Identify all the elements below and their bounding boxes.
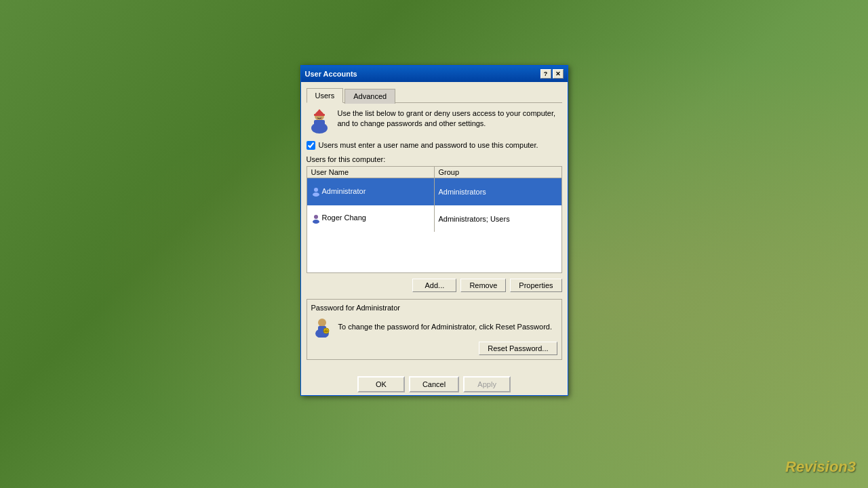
tab-bar: Users Advanced bbox=[307, 87, 562, 103]
password-section-title: Password for Administrator bbox=[311, 304, 557, 312]
password-btn-row: Reset Password... bbox=[311, 342, 557, 355]
svg-point-8 bbox=[314, 215, 318, 219]
ok-button[interactable]: OK bbox=[357, 376, 405, 392]
col-username[interactable]: User Name bbox=[307, 167, 435, 178]
table-row[interactable]: Roger ChangAdministrators; Users bbox=[307, 205, 561, 232]
title-bar-controls: ? ✕ bbox=[540, 69, 564, 79]
tab-advanced[interactable]: Advanced bbox=[344, 89, 395, 104]
info-section: Use the list below to grant or deny user… bbox=[307, 108, 562, 134]
user-table: User Name Group AdministratorAdministrat… bbox=[307, 167, 561, 232]
password-section: Password for Administrator bbox=[307, 299, 562, 360]
dialog-overlay: User Accounts ? ✕ Users Advanced bbox=[0, 0, 868, 488]
svg-point-7 bbox=[313, 192, 319, 197]
info-description: Use the list below to grant or deny user… bbox=[338, 108, 562, 129]
svg-point-6 bbox=[314, 188, 318, 192]
user-table-wrapper: User Name Group AdministratorAdministrat… bbox=[307, 166, 562, 274]
watermark: Revision3 bbox=[785, 458, 856, 476]
password-description: To change the password for Administrator… bbox=[338, 322, 557, 332]
checkbox-row: Users must enter a user name and passwor… bbox=[307, 141, 562, 150]
svg-point-10 bbox=[318, 319, 326, 327]
close-button[interactable]: ✕ bbox=[553, 69, 564, 79]
password-icon bbox=[311, 316, 333, 338]
user-accounts-icon bbox=[307, 108, 332, 134]
add-button[interactable]: Add... bbox=[412, 279, 456, 292]
user-icon-small bbox=[311, 187, 322, 195]
action-buttons-row: Add... Remove Properties bbox=[307, 279, 562, 292]
password-inner: To change the password for Administrator… bbox=[311, 316, 557, 338]
user-icon-small bbox=[311, 214, 322, 222]
help-button[interactable]: ? bbox=[540, 69, 551, 79]
must-enter-password-checkbox[interactable] bbox=[307, 141, 315, 150]
remove-button[interactable]: Remove bbox=[460, 279, 506, 292]
table-empty-space bbox=[307, 232, 561, 272]
user-name-cell: Roger Chang bbox=[307, 205, 435, 232]
svg-rect-16 bbox=[326, 330, 327, 332]
user-group-cell: Administrators bbox=[434, 178, 561, 205]
user-group-cell: Administrators; Users bbox=[434, 205, 561, 232]
user-accounts-dialog: User Accounts ? ✕ Users Advanced bbox=[300, 65, 568, 396]
user-name-cell: Administrator bbox=[307, 178, 435, 205]
svg-point-9 bbox=[313, 220, 319, 224]
users-label: Users for this computer: bbox=[307, 155, 562, 163]
checkbox-label: Users must enter a user name and passwor… bbox=[319, 141, 538, 149]
tab-users[interactable]: Users bbox=[307, 88, 344, 103]
cancel-button[interactable]: Cancel bbox=[409, 376, 459, 392]
col-group[interactable]: Group bbox=[434, 167, 561, 178]
table-row[interactable]: AdministratorAdministrators bbox=[307, 178, 561, 205]
reset-password-button[interactable]: Reset Password... bbox=[479, 342, 557, 355]
svg-rect-2 bbox=[314, 120, 325, 129]
properties-button[interactable]: Properties bbox=[510, 279, 561, 292]
bottom-buttons: OK Cancel Apply bbox=[301, 372, 568, 395]
svg-rect-5 bbox=[314, 114, 325, 116]
apply-button[interactable]: Apply bbox=[463, 376, 511, 392]
title-bar: User Accounts ? ✕ bbox=[301, 66, 568, 82]
dialog-content: Users Advanced bbox=[301, 82, 568, 373]
dialog-title: User Accounts bbox=[305, 70, 357, 78]
